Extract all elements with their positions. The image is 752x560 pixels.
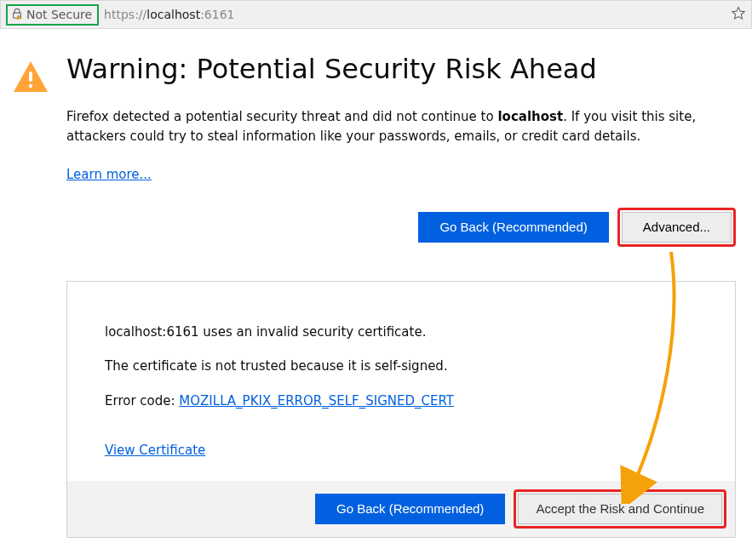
svg-rect-1: [18, 15, 19, 17]
details-go-back-button[interactable]: Go Back (Recommended): [315, 494, 505, 524]
accept-risk-button[interactable]: Accept the Risk and Continue: [518, 494, 722, 524]
not-secure-label: Not Secure: [26, 8, 92, 21]
warning-text-pre: Firefox detected a potential security th…: [66, 109, 497, 124]
url-protocol: https://: [104, 8, 146, 21]
not-secure-badge: Not Secure: [6, 4, 99, 26]
svg-point-4: [29, 84, 32, 88]
address-bar: Not Secure https://localhost:6161: [0, 0, 752, 29]
url-rest: :6161: [200, 8, 234, 21]
primary-button-row: Go Back (Recommended) Advanced...: [66, 208, 736, 247]
go-back-button[interactable]: Go Back (Recommended): [418, 212, 608, 243]
details-line-1: localhost:6161 uses an invalid security …: [105, 323, 697, 342]
details-action-row: Go Back (Recommended) Accept the Risk an…: [67, 481, 735, 537]
svg-rect-3: [29, 71, 32, 82]
annotation-highlight-accept: Accept the Risk and Continue: [514, 489, 726, 529]
details-error-line: Error code: MOZILLA_PKIX_ERROR_SELF_SIGN…: [105, 391, 697, 411]
learn-more-link[interactable]: Learn more...: [66, 167, 152, 182]
content-column: Warning: Potential Security Risk Ahead F…: [66, 53, 736, 538]
lock-warning-icon: [11, 8, 23, 22]
advanced-button[interactable]: Advanced...: [622, 212, 732, 243]
warning-triangle-icon: [10, 56, 51, 100]
details-panel: localhost:6161 uses an invalid security …: [66, 281, 736, 538]
error-code-label: Error code:: [105, 393, 179, 409]
svg-rect-2: [18, 17, 19, 18]
details-line-2: The certificate is not trusted because i…: [105, 357, 697, 376]
warning-paragraph: Firefox detected a potential security th…: [66, 107, 736, 147]
url-text[interactable]: https://localhost:6161: [104, 8, 731, 21]
page-body: Warning: Potential Security Risk Ahead F…: [0, 29, 752, 538]
warning-text-host: localhost: [497, 109, 563, 124]
annotation-highlight-advanced: Advanced...: [617, 208, 736, 247]
view-certificate-link[interactable]: View Certificate: [105, 441, 205, 460]
bookmark-star-icon[interactable]: [731, 6, 746, 24]
url-host: localhost: [146, 8, 200, 21]
error-code-link[interactable]: MOZILLA_PKIX_ERROR_SELF_SIGNED_CERT: [179, 393, 454, 409]
page-title: Warning: Potential Security Risk Ahead: [66, 53, 736, 85]
details-body: localhost:6161 uses an invalid security …: [67, 282, 735, 481]
